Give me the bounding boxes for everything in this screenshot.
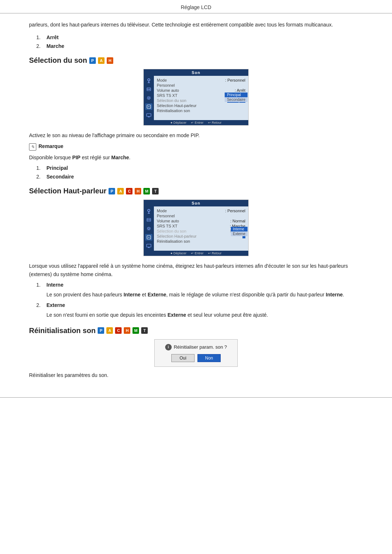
tv-icon-gear bbox=[145, 103, 152, 110]
item-label-arret: Arrêt bbox=[46, 34, 58, 40]
tv-menu-icons bbox=[144, 76, 154, 120]
item-label-externe: Externe bbox=[46, 302, 65, 308]
badge-t-hp: T bbox=[152, 188, 159, 194]
item-label-principal: Principal bbox=[46, 165, 68, 171]
tv-menu-row-5: Sélection Haut-parleur bbox=[157, 103, 245, 108]
badge-a-reinit: A bbox=[106, 327, 113, 334]
item-num-2: 2. bbox=[36, 43, 46, 49]
tv-menu-row-6: Réinitialisation son bbox=[157, 108, 245, 113]
item-num-p2: 2. bbox=[36, 174, 46, 180]
option-secondaire: Secondaire bbox=[225, 97, 248, 102]
footer-text-reinit: Réinitialiser les paramètres du son. bbox=[29, 371, 363, 379]
badge-p-hp: P bbox=[109, 188, 115, 194]
badge-m-hp: M bbox=[143, 188, 150, 194]
tv-menu-son-footer: ● Déplacer ↵ Entrer ↩ Retour bbox=[144, 120, 248, 125]
tv-menu-row-2: Volume auto : Arrêt bbox=[157, 88, 245, 93]
body-text-son: Activez le son au niveau de l'affichage … bbox=[29, 131, 363, 139]
page-container: Réglage LCD parleurs, dont les haut-parl… bbox=[0, 0, 392, 403]
badge-a-son: A bbox=[98, 57, 105, 64]
list-item-arret: 1. Arrêt bbox=[29, 34, 363, 40]
tv-menu-hp: Son bbox=[143, 200, 249, 256]
tv-menu-hp-wrapper: Son bbox=[29, 200, 363, 256]
option-interne: Interne bbox=[231, 227, 248, 231]
tv-icon-antenna-2 bbox=[145, 208, 152, 214]
tv-menu-son-wrapper: Son bbox=[29, 69, 363, 126]
tv-menu-son-title: Son bbox=[144, 69, 248, 76]
item-label-secondaire: Secondaire bbox=[46, 174, 74, 180]
svg-point-17 bbox=[148, 219, 149, 221]
svg-rect-23 bbox=[147, 244, 151, 247]
btn-non[interactable]: Non bbox=[197, 354, 221, 362]
reset-dialog-icon: i bbox=[165, 344, 172, 350]
btn-oui[interactable]: Oui bbox=[171, 354, 195, 362]
badge-t-reinit: T bbox=[141, 327, 148, 334]
option-box-hp: Interne Externe bbox=[231, 227, 248, 236]
section-reinit: Réinitialisation son P A C H M T bbox=[29, 327, 363, 335]
badge-c-hp: C bbox=[126, 188, 132, 194]
tv-icon-gear-2 bbox=[145, 234, 152, 241]
tv-menu-hp-row-0: Mode : Personnel bbox=[157, 209, 245, 213]
badge-p-reinit: P bbox=[98, 327, 104, 334]
svg-point-19 bbox=[148, 228, 150, 230]
reset-dialog: i Réinitialiser param. son ? Oui Non bbox=[154, 339, 238, 367]
section-selection-son: Sélection du son P A H bbox=[29, 56, 363, 65]
tv-menu-row-1: Personnel bbox=[157, 83, 245, 87]
tv-menu-hp-row-1: Personnel bbox=[157, 214, 245, 218]
tv-icon-av bbox=[145, 86, 152, 93]
section-heading-text-reinit: Réinitialisation son bbox=[29, 327, 95, 335]
reset-dialog-buttons: Oui Non bbox=[160, 354, 232, 362]
remark-text-son: Disponible lorsque PIP est réglé sur Mar… bbox=[29, 153, 363, 161]
tv-icon-settings bbox=[145, 95, 152, 101]
list-item-principal: 1. Principal bbox=[29, 165, 363, 171]
tv-icon-screen-2 bbox=[145, 243, 152, 249]
badge-h-son: H bbox=[107, 57, 113, 64]
tv-icon-antenna bbox=[145, 77, 152, 84]
section-heading-text-hp: Sélection Haut-parleur bbox=[29, 187, 106, 195]
svg-rect-10 bbox=[147, 114, 151, 116]
list-item-secondaire: 2. Secondaire bbox=[29, 174, 363, 180]
svg-point-20 bbox=[147, 227, 151, 230]
intro-paragraph: parleurs, dont les haut-parleurs interne… bbox=[29, 21, 363, 29]
option-principal: Principal bbox=[225, 93, 248, 97]
svg-point-4 bbox=[148, 89, 149, 90]
remark-label: Remarque bbox=[38, 143, 63, 149]
badge-h-hp: H bbox=[135, 188, 141, 194]
remark-block: ✎ Remarque bbox=[29, 143, 363, 151]
tv-menu-hp-body: Mode : Personnel Personnel Volume auto :… bbox=[144, 206, 248, 251]
reset-dialog-text: Réinitialiser param. son ? bbox=[174, 344, 227, 350]
item-label-interne: Interne bbox=[46, 282, 64, 288]
badge-p-son: P bbox=[89, 57, 96, 64]
item-label-marche: Marche bbox=[46, 43, 64, 49]
tv-menu-hp-title: Son bbox=[144, 200, 248, 206]
tv-icon-settings-2 bbox=[145, 225, 152, 232]
badge-a-hp: A bbox=[117, 188, 124, 194]
tv-menu-hp-footer: ● Déplacer ↵ Entrer ↩ Retour bbox=[144, 251, 248, 256]
tv-icon-screen bbox=[145, 112, 152, 119]
section-selection-hp: Sélection Haut-parleur P A C H M T bbox=[29, 187, 363, 195]
remark-icon: ✎ bbox=[29, 143, 36, 151]
tv-menu-son: Son bbox=[143, 69, 249, 126]
option-externe: Externe bbox=[231, 231, 248, 236]
list-item-externe: 2. Externe bbox=[29, 302, 363, 308]
body-text-hp: Lorsque vous utilisez l'appareil relié à… bbox=[29, 262, 363, 278]
option-box-son: Principal Secondaire bbox=[225, 93, 248, 102]
item-num-i2: 2. bbox=[36, 302, 46, 308]
reset-dialog-wrapper: i Réinitialiser param. son ? Oui Non bbox=[29, 339, 363, 367]
svg-point-7 bbox=[147, 97, 151, 100]
svg-point-18 bbox=[149, 219, 150, 221]
badge-m-reinit: M bbox=[132, 327, 139, 334]
reset-dialog-title: i Réinitialiser param. son ? bbox=[160, 344, 232, 350]
sub-item-externe: Le son n'est fourni en sortie que depuis… bbox=[29, 311, 363, 319]
page-footer bbox=[0, 397, 392, 403]
item-num-1: 1. bbox=[36, 34, 46, 40]
main-content: parleurs, dont les haut-parleurs interne… bbox=[0, 13, 392, 390]
tv-menu-icons-hp bbox=[144, 206, 154, 251]
tv-menu-hp-row-2: Volume auto : Normal bbox=[157, 219, 245, 223]
svg-point-0 bbox=[148, 79, 150, 81]
item-num-p1: 1. bbox=[36, 165, 46, 171]
item-num-i1: 1. bbox=[36, 282, 46, 288]
tv-menu-row-0: Mode : Personnel bbox=[157, 78, 245, 82]
page-header: Réglage LCD bbox=[0, 0, 392, 13]
tv-icon-av-2 bbox=[145, 217, 152, 223]
badge-c-reinit: C bbox=[115, 327, 122, 334]
